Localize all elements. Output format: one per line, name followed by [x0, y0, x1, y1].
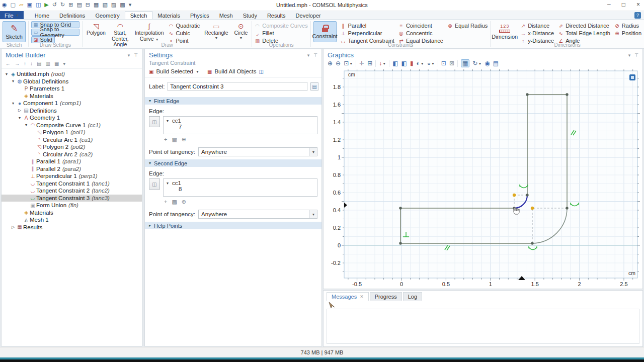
- tab-log[interactable]: Log: [403, 292, 422, 301]
- section-help-points[interactable]: ▸Help Points: [145, 222, 321, 229]
- camera-snapshot-icon[interactable]: ◉: [485, 60, 490, 67]
- messages-content[interactable]: [327, 309, 639, 344]
- deselect-box-icon[interactable]: ⊠: [449, 60, 454, 67]
- first-tangency-select[interactable]: Anywhere ▼: [198, 147, 317, 156]
- panel-menu-icon[interactable]: ▾: [128, 53, 130, 58]
- graphics-canvas[interactable]: -0.500.511.522.51.81.61.41.210.80.60.40.…: [324, 69, 643, 290]
- build-selected-button[interactable]: Build Selected: [156, 68, 193, 74]
- back-icon[interactable]: ←: [6, 61, 11, 66]
- start-center-angle-button[interactable]: ◠Start, Center,Angle ▼: [110, 21, 130, 42]
- zoom-out-icon[interactable]: ⊖: [336, 60, 341, 67]
- collapse-all-icon[interactable]: ▤: [37, 61, 41, 66]
- tree-item-tanc1[interactable]: ◡Tangent Constraint 1(tanc1): [2, 180, 142, 188]
- interpolation-curve-button[interactable]: ∫InterpolationCurve ▼: [133, 21, 166, 42]
- second-edge-list[interactable]: ▾cc1 8: [163, 178, 317, 197]
- maximize-button[interactable]: □: [622, 1, 625, 8]
- scene-light-icon[interactable]: ◐▼: [416, 60, 424, 67]
- quadratic-button[interactable]: ◠Quadratic: [169, 22, 200, 29]
- polygon-button[interactable]: ◹Polygon: [85, 21, 107, 42]
- go-to-default-view-icon[interactable]: ↓▼: [379, 60, 386, 67]
- print-icon[interactable]: ▤: [493, 60, 499, 67]
- expand-icon[interactable]: ▷: [17, 108, 23, 113]
- pin-icon[interactable]: ⊤: [134, 53, 138, 58]
- concentric-button[interactable]: ◎Concentric: [398, 30, 443, 37]
- node-order-icon[interactable]: ▦: [54, 61, 59, 66]
- tree-item-perp1[interactable]: ⊥Perpendicular 1(perp1): [2, 172, 142, 180]
- expand-all-icon[interactable]: ▥: [45, 61, 50, 66]
- directed-distance-button[interactable]: ⇗Directed Distance: [558, 22, 610, 29]
- tab-progress[interactable]: Progress: [370, 292, 402, 301]
- tree-item-definitions[interactable]: ▷▤Definitions: [2, 107, 142, 115]
- zoom-to-selection-icon[interactable]: ⊕: [182, 136, 186, 143]
- rectangle-button[interactable]: ▭Rectangle▼: [203, 21, 229, 42]
- tab-home[interactable]: Home: [30, 11, 54, 19]
- equal-radius-button[interactable]: ⊜Equal Radius: [447, 22, 488, 29]
- tab-results[interactable]: Results: [262, 11, 291, 19]
- tab-developer[interactable]: Developer: [291, 11, 326, 19]
- show-grid-icon[interactable]: ▦: [461, 59, 469, 67]
- chevron-down-icon[interactable]: ▼: [196, 70, 199, 73]
- zoom-extents-icon[interactable]: ✛: [359, 60, 364, 67]
- zoom-in-icon[interactable]: ⊕: [328, 60, 333, 67]
- collapse-icon[interactable]: ▾: [10, 101, 16, 106]
- constraint-button[interactable]: Constraint: [313, 21, 337, 42]
- remove-from-selection-icon[interactable]: ▩: [172, 199, 177, 205]
- zoom-box-icon[interactable]: ⊡▼: [344, 60, 353, 67]
- tab-sketch[interactable]: Sketch: [125, 11, 153, 19]
- minimize-button[interactable]: –: [607, 1, 611, 8]
- image-snapshot-2-icon[interactable]: ◧: [401, 60, 407, 67]
- tree-item-fin[interactable]: ▣Form Union(fin): [2, 202, 142, 209]
- transparency-icon[interactable]: ◒▼: [427, 60, 435, 67]
- tree-item-mesh-1[interactable]: ◭Mesh 1: [2, 216, 142, 224]
- tab-messages[interactable]: Messages✕: [327, 292, 369, 301]
- section-second-edge[interactable]: ▾Second Edge: [145, 159, 321, 167]
- collapse-icon[interactable]: ▾: [10, 79, 16, 83]
- snap-to-geometry-toggle[interactable]: ▭Snap to Geometry: [31, 29, 79, 36]
- position-button[interactable]: ⊕Position: [614, 30, 641, 37]
- close-button[interactable]: ×: [636, 1, 640, 8]
- file-menu-button[interactable]: File▼: [0, 11, 24, 19]
- pin-icon[interactable]: ⊤: [313, 53, 317, 58]
- scene-refresh-icon[interactable]: ↻▼: [472, 60, 481, 67]
- section-first-edge[interactable]: ▾First Edge: [145, 97, 321, 105]
- remove-from-selection-icon[interactable]: ▩: [172, 136, 177, 143]
- add-icon[interactable]: +: [164, 199, 167, 205]
- tree-item-para1[interactable]: ∥Parallel 1(para1): [2, 158, 142, 165]
- distance-button[interactable]: ↗Distance: [520, 22, 554, 29]
- update-icon[interactable]: ◫: [259, 69, 263, 74]
- tab-materials[interactable]: Materials: [152, 11, 185, 19]
- image-snapshot-icon[interactable]: ◧: [392, 60, 398, 67]
- tree-item-parameters-1[interactable]: PParameters 1: [2, 85, 142, 93]
- add-icon[interactable]: +: [164, 136, 167, 143]
- zoom-to-selection-icon[interactable]: ⊕: [182, 199, 186, 205]
- tree-item-results[interactable]: ▷▦Results: [2, 224, 142, 231]
- tree-item-tanc2[interactable]: ◡Tangent Constraint 2(tanc2): [2, 187, 142, 195]
- total-edge-length-button[interactable]: ∿Total Edge Length: [558, 30, 610, 37]
- build-all-objects-button[interactable]: Build All Objects: [214, 68, 256, 74]
- panel-menu-icon[interactable]: ▾: [628, 53, 631, 58]
- fillet-button[interactable]: ◞Fillet: [255, 30, 307, 37]
- move-up-icon[interactable]: ↑: [24, 61, 26, 66]
- x-distance-button[interactable]: →x-Distance: [520, 30, 554, 37]
- help-icon[interactable]: ?: [634, 12, 641, 19]
- plot-lock-icon[interactable]: ▮: [410, 60, 414, 67]
- first-edge-list[interactable]: ▾cc1 7: [163, 116, 317, 134]
- collapse-icon[interactable]: ▾: [4, 72, 10, 76]
- close-tab-icon[interactable]: ✕: [360, 294, 364, 299]
- activate-selection-toggle[interactable]: ◫: [149, 178, 160, 190]
- coincident-button[interactable]: ≡Coincident: [398, 22, 443, 29]
- tree-item-para2[interactable]: ∥Parallel 2(para2): [2, 165, 142, 173]
- tree-item-ca2[interactable]: ◝Circular Arc 2(ca2): [2, 151, 142, 158]
- collapse-icon[interactable]: ▾: [17, 116, 23, 120]
- options-icon[interactable]: ▾: [63, 61, 65, 66]
- rename-note-icon[interactable]: ▤: [310, 82, 318, 90]
- move-down-icon[interactable]: ↓: [30, 61, 33, 66]
- tree-item-materials[interactable]: ◈Materials: [2, 209, 142, 217]
- panel-menu-icon[interactable]: ▾: [307, 53, 310, 58]
- tree-item-geometry-1[interactable]: ▾ΛGeometry 1: [2, 114, 142, 122]
- tree-item-pol2[interactable]: ◹Polygon 2(pol2): [2, 143, 142, 151]
- tree-item-ca1[interactable]: ◝Circular Arc 1(ca1): [2, 136, 142, 144]
- tab-geometry[interactable]: Geometry: [90, 11, 124, 19]
- tab-mesh[interactable]: Mesh: [214, 11, 238, 19]
- tab-physics[interactable]: Physics: [185, 11, 214, 19]
